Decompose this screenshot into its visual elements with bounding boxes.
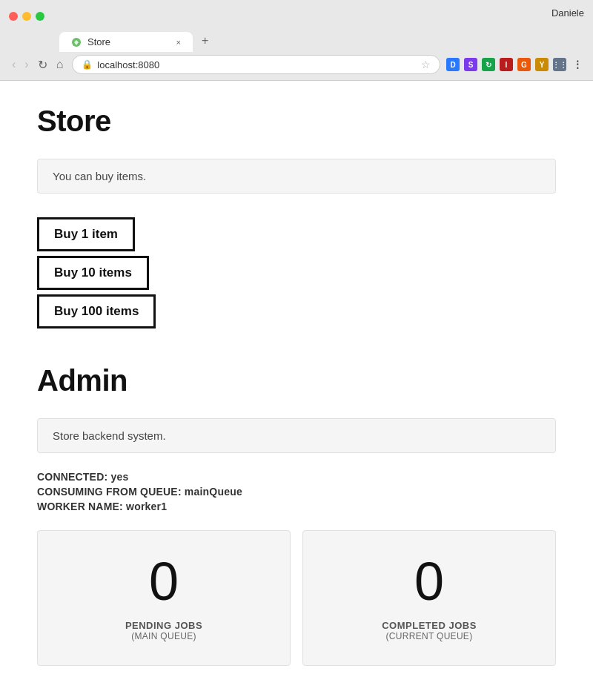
back-button[interactable]: ‹ [9, 56, 19, 73]
buy-buttons-container: Buy 1 item Buy 10 items Buy 100 items [37, 217, 556, 328]
refresh-button[interactable]: ↻ [35, 56, 50, 73]
address-bar[interactable]: 🔒 localhost:8080 ☆ [72, 55, 440, 74]
ext-refresh-icon[interactable]: ↻ [482, 58, 495, 71]
nav-buttons: ‹ › ↻ ⌂ [9, 56, 66, 73]
page-content: Store You can buy items. Buy 1 item Buy … [0, 81, 593, 690]
worker-label: WORKER NAME: [37, 501, 123, 512]
worker-value: worker1 [126, 501, 167, 512]
tab-favicon-icon [71, 37, 82, 47]
completed-jobs-label: COMPLETED JOBS [382, 620, 477, 631]
store-title: Store [37, 105, 556, 138]
ext-dash-icon[interactable]: D [446, 58, 460, 71]
store-info-text: You can buy items. [53, 170, 146, 182]
status-list: CONNECTED: yes CONSUMING FROM QUEUE: mai… [37, 471, 556, 512]
window-controls [9, 12, 44, 21]
url-text: localhost:8080 [97, 59, 417, 70]
queue-label: CONSUMING FROM QUEUE: [37, 486, 182, 498]
address-bar-row: ‹ › ↻ ⌂ 🔒 localhost:8080 ☆ D S ↻ I G Y ⋮… [0, 52, 593, 80]
ext-y-icon[interactable]: Y [535, 58, 549, 71]
admin-info-box: Store backend system. [37, 418, 556, 453]
window-minimize-button[interactable] [22, 12, 31, 21]
tab-title: Store [87, 36, 110, 47]
store-info-box: You can buy items. [37, 159, 556, 194]
active-tab[interactable]: Store × [59, 32, 193, 52]
window-maximize-button[interactable] [36, 12, 44, 21]
tab-bar: Store × + [0, 30, 593, 52]
extensions-area: D S ↻ I G Y ⋮⋮ ⋮ [446, 58, 584, 71]
admin-info-text: Store backend system. [53, 429, 166, 442]
ext-i-icon[interactable]: I [500, 58, 513, 71]
tab-close-button[interactable]: × [176, 38, 181, 47]
home-button[interactable]: ⌂ [53, 56, 67, 73]
ext-grid-icon[interactable]: ⋮⋮ [553, 58, 566, 71]
worker-status: WORKER NAME: worker1 [37, 501, 556, 512]
lock-icon: 🔒 [82, 59, 93, 70]
browser-chrome: Daniele Store × + ‹ › ↻ ⌂ 🔒 localhost:80… [0, 0, 593, 81]
connected-value: yes [110, 471, 128, 483]
completed-jobs-number: 0 [414, 555, 444, 608]
completed-jobs-sublabel: (CURRENT QUEUE) [386, 631, 473, 641]
pending-jobs-sublabel: (MAIN QUEUE) [131, 631, 196, 641]
metrics-grid: 0 PENDING JOBS (MAIN QUEUE) 0 COMPLETED … [37, 530, 556, 666]
admin-title: Admin [37, 364, 556, 397]
user-label: Daniele [551, 7, 584, 19]
completed-jobs-card: 0 COMPLETED JOBS (CURRENT QUEUE) [302, 530, 556, 666]
ext-shield-icon[interactable]: S [464, 58, 477, 71]
pending-jobs-number: 0 [149, 555, 179, 608]
queue-value: mainQueue [185, 486, 242, 498]
window-close-button[interactable] [9, 12, 18, 21]
buy-10-items-button[interactable]: Buy 10 items [37, 256, 149, 290]
ext-g-icon[interactable]: G [517, 58, 531, 71]
connected-label: CONNECTED: [37, 471, 107, 483]
pending-jobs-label: PENDING JOBS [125, 620, 202, 631]
buy-1-item-button[interactable]: Buy 1 item [37, 217, 135, 251]
title-bar: Daniele [0, 0, 593, 27]
new-tab-button[interactable]: + [193, 30, 326, 52]
forward-button[interactable]: › [21, 56, 31, 73]
pending-jobs-card: 0 PENDING JOBS (MAIN QUEUE) [37, 530, 291, 666]
connected-status: CONNECTED: yes [37, 471, 556, 483]
ext-menu-icon[interactable]: ⋮ [571, 58, 584, 71]
queue-status: CONSUMING FROM QUEUE: mainQueue [37, 486, 556, 498]
buy-100-items-button[interactable]: Buy 100 items [37, 294, 156, 328]
bookmark-icon: ☆ [421, 59, 431, 70]
